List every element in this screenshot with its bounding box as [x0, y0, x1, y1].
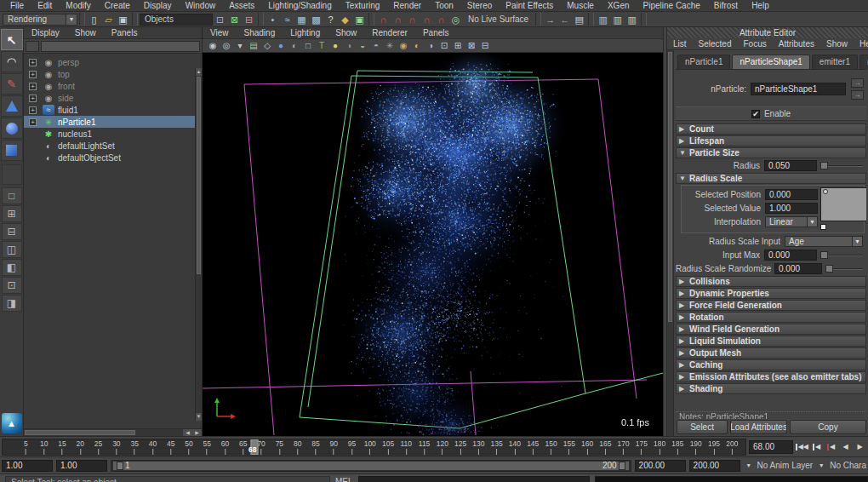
two-pane-side-layout-icon[interactable]: ◫: [2, 241, 22, 258]
anim-layer-selector[interactable]: No Anim Layer: [757, 461, 814, 470]
menu-item[interactable]: Lighting/Shading: [261, 1, 339, 10]
two-pane-stacked-layout-icon[interactable]: ⊟: [2, 223, 22, 240]
ramp-preview[interactable]: [820, 187, 866, 221]
enable-checkbox[interactable]: ✔: [751, 110, 760, 118]
section-header[interactable]: ▶Rotation: [676, 312, 866, 323]
playback-start-field[interactable]: 1.00: [56, 460, 107, 472]
last-tool-slot[interactable]: [2, 164, 22, 185]
menu-item[interactable]: Assets: [222, 1, 261, 10]
xray-icon[interactable]: ⊞: [451, 39, 465, 52]
menu-item[interactable]: Pipeline Cache: [637, 1, 707, 10]
section-header[interactable]: ▶Shading: [676, 383, 866, 394]
input-max-field[interactable]: 0.000: [764, 250, 817, 261]
save-scene-icon[interactable]: ▣: [116, 13, 130, 26]
exposure-icon[interactable]: ◐: [410, 39, 424, 52]
render-current-frame-icon[interactable]: ▥: [596, 13, 610, 26]
scrollbar-thumb[interactable]: [668, 52, 672, 322]
section-header[interactable]: ▶Output Mesh: [676, 347, 866, 359]
menu-item[interactable]: Texturing: [339, 1, 387, 10]
section-header[interactable]: ▶Collisions: [676, 276, 866, 287]
lights-icon[interactable]: ●: [328, 39, 342, 52]
show-input-connections-button[interactable]: →: [851, 78, 864, 88]
snap-to-grid-icon[interactable]: ∩: [376, 13, 391, 26]
section-header[interactable]: ▶Count: [676, 123, 866, 135]
menu-item[interactable]: Stereo: [460, 1, 499, 10]
menu-item[interactable]: Help: [745, 1, 776, 10]
select-tool[interactable]: [1, 29, 23, 50]
expand-icon[interactable]: +: [29, 118, 37, 126]
play-backwards-button[interactable]: ◀: [839, 440, 852, 453]
menu-item[interactable]: Render: [386, 1, 428, 10]
menu-item[interactable]: Bifrost: [707, 1, 745, 10]
attribute-editor-tab[interactable]: nucleus1: [859, 55, 868, 69]
snap-to-projected-center-icon[interactable]: ∩: [420, 13, 434, 26]
ipr-render-icon[interactable]: ▥: [610, 13, 625, 26]
gate-mask-icon[interactable]: ⊟: [478, 39, 492, 52]
section-header[interactable]: ▶Wind Field Generation: [676, 324, 866, 335]
randomize-field[interactable]: 0.000: [774, 263, 822, 274]
highlight-selection-icon[interactable]: ▣: [352, 13, 367, 26]
make-object-live-icon[interactable]: ◎: [448, 13, 463, 26]
expand-icon[interactable]: +: [29, 71, 37, 78]
outliner-horizontal-scrollbar[interactable]: ◀ ▶: [24, 428, 202, 436]
timeline-playhead[interactable]: 68: [250, 439, 258, 455]
scroll-right-icon[interactable]: ▶: [192, 429, 202, 436]
depth-of-field-icon[interactable]: ◉: [397, 39, 410, 52]
menu-item[interactable]: Edit: [31, 1, 59, 10]
multisample-icon[interactable]: ✳: [383, 39, 397, 52]
output-connections-icon[interactable]: ←: [557, 13, 572, 26]
single-pane-layout-icon[interactable]: □: [2, 187, 22, 204]
four-pane-layout-icon[interactable]: ⊞: [2, 205, 22, 222]
expand-icon[interactable]: +: [29, 95, 37, 102]
snap-to-points-icon[interactable]: ∩: [405, 13, 420, 26]
current-time-field[interactable]: 68.00: [749, 440, 793, 454]
viewport-3d[interactable]: 0.1 fps: [203, 53, 663, 436]
outliner-menu-item[interactable]: Show: [67, 28, 104, 37]
attribute-editor-tab[interactable]: emitter1: [812, 55, 858, 69]
outliner-menu-item[interactable]: Panels: [104, 28, 146, 37]
show-output-connections-button[interactable]: →: [851, 90, 864, 100]
ramp-swatch[interactable]: [820, 224, 826, 230]
outliner-item[interactable]: + fluid1: [24, 104, 202, 116]
attribute-editor-tab[interactable]: nParticle1: [677, 55, 730, 69]
menu-item[interactable]: Paint Effects: [499, 1, 560, 10]
mel-toggle[interactable]: MEL: [335, 476, 353, 482]
section-header-radius-scale[interactable]: ▼ Radius Scale: [676, 173, 866, 184]
menu-item[interactable]: Modify: [59, 1, 97, 10]
attribute-editor-menu-item[interactable]: Show: [820, 39, 854, 49]
chevron-down-icon[interactable]: ▼: [816, 462, 826, 468]
menu-item[interactable]: XGen: [601, 1, 637, 10]
section-header-particle-size[interactable]: ▼ Particle Size: [676, 147, 866, 158]
bookmarks-icon[interactable]: ▾: [233, 39, 247, 52]
radius-scale-ramp[interactable]: [820, 187, 866, 230]
new-scene-icon[interactable]: ▯: [87, 13, 101, 26]
bounding-box-icon[interactable]: □: [301, 39, 315, 52]
motion-blur-icon[interactable]: ◓: [369, 39, 383, 52]
slider-handle[interactable]: [820, 251, 828, 259]
randomize-slider[interactable]: [825, 265, 863, 273]
joints-xray-icon[interactable]: ⊠: [465, 39, 478, 52]
render-settings-icon[interactable]: ▥: [625, 13, 639, 26]
scrollbar-thumb[interactable]: [25, 430, 135, 435]
persp-graph-layout-icon[interactable]: ◨: [2, 295, 22, 312]
filter-icon[interactable]: [26, 41, 39, 52]
playback-end-field[interactable]: 200.00: [635, 460, 686, 472]
select-points-icon[interactable]: •: [266, 13, 280, 26]
expand-icon[interactable]: +: [29, 59, 37, 66]
viewport-menu-item[interactable]: Renderer: [364, 28, 415, 37]
construction-history-icon[interactable]: ▤: [572, 13, 586, 26]
attribute-editor-tab[interactable]: nParticleShape1: [732, 55, 809, 69]
scroll-down-icon[interactable]: ▼: [196, 413, 202, 421]
flat-shade-icon[interactable]: ◐: [288, 39, 301, 52]
step-back-frame-button[interactable]: ◀: [810, 440, 823, 453]
attribute-editor-scrollbar[interactable]: [667, 50, 674, 436]
range-slider-bar[interactable]: 1 200: [113, 462, 629, 470]
expand-icon[interactable]: +: [29, 83, 37, 90]
input-connections-icon[interactable]: →: [543, 13, 557, 26]
load-attributes-button[interactable]: Load Attributes: [730, 420, 787, 434]
selected-value-field[interactable]: 1.000: [765, 203, 818, 214]
snap-to-curves-icon[interactable]: ∩: [391, 13, 405, 26]
node-name-field[interactable]: nParticleShape1: [751, 83, 846, 95]
menu-item[interactable]: Window: [179, 1, 223, 10]
selection-mask-dropdown[interactable]: Objects: [140, 14, 213, 26]
